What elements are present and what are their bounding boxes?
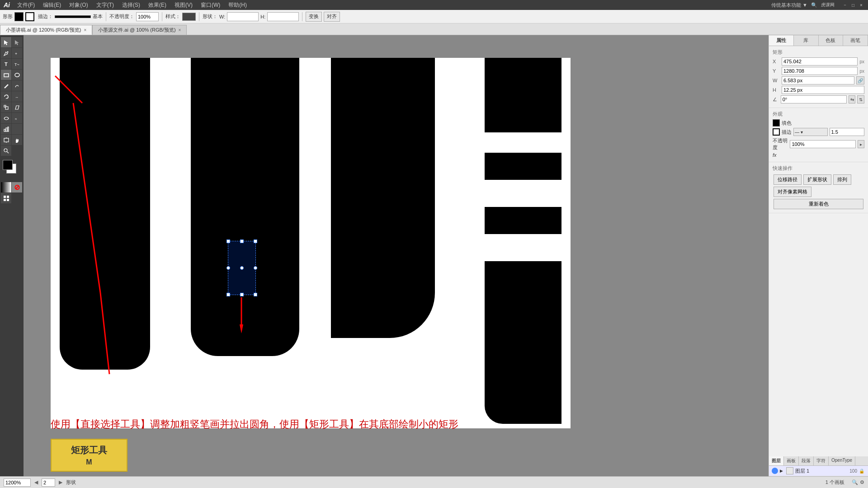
graph-tool[interactable] [1, 124, 11, 134]
stroke-color-box[interactable] [773, 128, 780, 136]
stroke-color-swatch[interactable] [25, 12, 34, 21]
stroke-type-dropdown[interactable]: — ▾ [793, 128, 828, 136]
arrange-btn[interactable]: 排列 [833, 174, 851, 185]
panel-tab-swatches[interactable]: 色板 [819, 35, 844, 46]
shear-tool[interactable] [12, 102, 22, 113]
menu-edit[interactable]: 编辑(E) [39, 0, 65, 10]
window-controls: － □ × [842, 2, 864, 8]
settings-status-icon[interactable]: ⚙ [860, 479, 864, 485]
stroke-width-panel-input[interactable] [830, 128, 865, 136]
page-prev-btn[interactable]: ◀ [34, 479, 38, 485]
opacity-expand-icon[interactable]: ▸ [858, 140, 864, 148]
layer-lock-icon[interactable]: 🔒 [859, 469, 865, 474]
page-num-input[interactable] [42, 479, 55, 487]
direct-selection-tool[interactable] [12, 37, 22, 47]
search-icon[interactable]: 🔍 [811, 2, 817, 8]
menu-view[interactable]: 视图(V) [171, 0, 196, 10]
pen-tool[interactable] [1, 48, 11, 58]
panel-shape-section: 矩形 X px Y px W 🔗 H ∠ [769, 46, 868, 108]
opacity-input[interactable] [136, 12, 159, 21]
paragraph-tab[interactable]: 段落 [799, 456, 814, 465]
selected-rectangle[interactable] [228, 241, 256, 295]
menu-help[interactable]: 帮助(H) [225, 0, 250, 10]
lock-aspect-icon[interactable]: 🔗 [856, 76, 864, 84]
scale-tool[interactable] [1, 102, 11, 113]
tool-group-pen: + [1, 48, 23, 58]
artboard-tool[interactable] [1, 135, 11, 145]
expand-icon[interactable]: ▶ [780, 469, 784, 473]
menu-type[interactable]: 文字(T) [93, 0, 118, 10]
fill-color-box[interactable] [773, 119, 780, 127]
panel-y-input[interactable] [782, 67, 858, 75]
gradient-swatch[interactable] [1, 182, 11, 192]
warp-tool[interactable] [1, 113, 11, 123]
path-offset-btn[interactable]: 位移路径 [774, 174, 802, 185]
align-btn[interactable]: 对齐 [324, 12, 340, 22]
canvas-area[interactable]: 使用【直接选择工具】调整加粗竖笔画并拉出圆角，使用【矩形工具】在其底部绘制小的矩… [24, 35, 769, 476]
menu-effect[interactable]: 效果(E) [145, 0, 170, 10]
sep2 [162, 12, 162, 21]
opentype-tab[interactable]: OpenType [829, 456, 855, 465]
selection-tool[interactable] [1, 37, 11, 47]
extra-tool[interactable] [1, 193, 11, 203]
tab-active[interactable]: 小墨讲稿.ai @ 1200% (RGB/预览) × [0, 25, 92, 35]
stroke-preview [55, 15, 91, 18]
workspace-mode[interactable]: 传统基本功能 ▼ [771, 2, 807, 9]
flip-v-icon[interactable]: ⇅ [857, 95, 864, 103]
opacity-panel-input[interactable] [790, 140, 856, 148]
width-input[interactable]: 6.583 px [227, 12, 259, 21]
minimize-btn[interactable]: － [842, 2, 848, 8]
fill-color-swatch[interactable] [14, 12, 24, 21]
close-btn[interactable]: × [858, 2, 864, 8]
tab-inactive[interactable]: 小墨源文件.ai @ 100% (RGB/预览) × [92, 25, 187, 35]
search-status-icon[interactable]: 🔍 [852, 479, 858, 485]
user-info: 虎课网 [821, 2, 835, 8]
layer-item[interactable]: ▶ 图层 1 100 🔒 [769, 466, 868, 476]
menu-select[interactable]: 选择(S) [118, 0, 144, 10]
smooth-tool[interactable] [12, 80, 22, 91]
panel-x-input[interactable] [782, 57, 858, 66]
panel-tab-properties[interactable]: 属性 [769, 35, 794, 46]
recolor-btn[interactable]: 重新着色 [774, 199, 863, 209]
height-input[interactable]: 12.25 px [267, 12, 299, 21]
panel-w-input[interactable] [782, 76, 854, 84]
artboards-tab[interactable]: 画板 [784, 456, 799, 465]
stroke-row-label: 描边 [782, 129, 792, 136]
warp-sub-tool[interactable]: ≈ [12, 113, 22, 123]
maximize-btn[interactable]: □ [850, 2, 856, 8]
stroke-middle [191, 58, 299, 356]
panel-tab-library[interactable]: 库 [794, 35, 819, 46]
type-on-path-tool[interactable]: T~ [12, 59, 22, 69]
add-anchor-tool[interactable]: + [12, 48, 22, 58]
menu-object[interactable]: 对象(O) [66, 0, 91, 10]
type-tool[interactable]: T [1, 59, 11, 69]
foreground-color[interactable] [3, 160, 13, 170]
tab-close-1[interactable]: × [179, 28, 181, 33]
zoom-tool[interactable] [1, 145, 11, 156]
menu-file[interactable]: 文件(F) [14, 0, 38, 10]
character-tab[interactable]: 字符 [814, 456, 829, 465]
layers-tab[interactable]: 图层 [769, 456, 784, 465]
panel-angle-input[interactable] [781, 95, 847, 103]
zoom-input[interactable] [4, 479, 31, 487]
panel-tab-brushes[interactable]: 画笔 [843, 35, 868, 46]
none-swatch[interactable]: ⊘ [12, 182, 22, 192]
layer-visibility-icon[interactable] [772, 468, 778, 474]
graph-sub-tool[interactable] [12, 124, 22, 134]
page-next-btn[interactable]: ▶ [59, 479, 62, 485]
tool-shortcut: M [59, 458, 119, 466]
expand-shape-btn[interactable]: 扩展形状 [803, 174, 831, 185]
rotate-tool[interactable] [1, 91, 11, 102]
style-swatch[interactable] [182, 13, 196, 21]
panel-h-input[interactable] [782, 86, 864, 94]
pencil-tool[interactable] [1, 80, 11, 91]
tab-close-0[interactable]: × [84, 28, 86, 33]
reflect-tool[interactable]: ↔ [12, 91, 22, 102]
ellipse-tool[interactable] [12, 70, 22, 80]
align-pixel-btn[interactable]: 对齐像素网格 [774, 187, 811, 197]
hand-tool[interactable] [12, 135, 22, 145]
rectangle-tool[interactable] [1, 70, 11, 80]
transform-btn[interactable]: 变换 [306, 12, 322, 22]
menu-window[interactable]: 窗口(W) [197, 0, 224, 10]
flip-h-icon[interactable]: ⇆ [849, 95, 856, 103]
